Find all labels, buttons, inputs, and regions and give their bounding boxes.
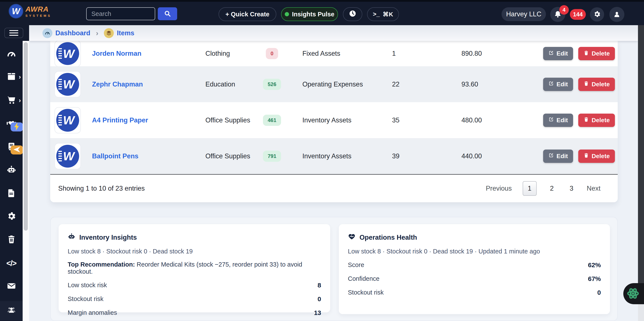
sidebar-item-documents[interactable] [0, 187, 23, 200]
users-icon [6, 305, 16, 316]
item-price: 480.00 [462, 116, 482, 124]
chevron-right-icon: › [19, 73, 21, 80]
item-name-link[interactable]: Ballpoint Pens [92, 152, 138, 160]
item-logo-icon: W [56, 42, 79, 65]
trash-icon [584, 153, 589, 160]
pagination-page[interactable]: 3 [567, 181, 576, 195]
app-logo[interactable]: W AWRA SYSTEMS [8, 4, 52, 18]
kpi-value: 0 [318, 295, 321, 303]
sidebar-item-partners[interactable] [0, 117, 23, 131]
pagination-page[interactable]: 1 [523, 181, 537, 196]
edit-button[interactable]: Edit [543, 78, 573, 91]
sidebar-item-inventory[interactable]: › [0, 70, 23, 83]
sidebar-item-sales[interactable]: › [0, 94, 23, 107]
item-account-type: Inventory Assets [302, 116, 351, 124]
sidebar-item-assistant[interactable] [0, 164, 23, 177]
shortcut-label: ⌘K [383, 11, 393, 18]
inventory-insights-card: Inventory Insights Low stock 8 · Stockou… [58, 224, 330, 313]
history-button[interactable] [343, 7, 362, 21]
edit-pencil-icon [548, 117, 554, 124]
delete-button[interactable]: Delete [578, 150, 615, 163]
quick-create-button[interactable]: + Quick Create [218, 7, 276, 21]
edit-button[interactable]: Edit [543, 150, 573, 163]
menu-toggle-button[interactable] [4, 28, 23, 38]
sidebar-scrollbar[interactable] [23, 41, 29, 321]
table-row: W Zephr Chapman Education 526 Operating … [50, 66, 618, 102]
heart-pulse-icon [348, 233, 356, 242]
item-logo-icon: W [56, 73, 79, 96]
inventory-meta: Low stock 8 · Stockout risk 0 · Dead sto… [68, 248, 321, 255]
page-scrollbar[interactable] [638, 25, 644, 321]
insights-pulse-button[interactable]: Insights Pulse [281, 7, 338, 21]
kpi-label: Stockout risk [68, 295, 104, 303]
kpi-label: Margin anomalies [68, 309, 117, 317]
envelope-icon [6, 281, 16, 292]
notification-count-badge: 4 [559, 5, 569, 15]
user-icon [612, 10, 621, 19]
breadcrumb-dashboard[interactable]: Dashboard [42, 28, 90, 38]
card-title: Inventory Insights [79, 234, 137, 241]
logo-brand-text: AWRA [26, 5, 52, 13]
operations-health-card: Operations Health Low stock 8 · Stockout… [339, 224, 610, 314]
delete-button[interactable]: Delete [578, 78, 615, 91]
breadcrumb-items-label: Items [117, 29, 134, 37]
sidebar-item-dashboard[interactable] [0, 48, 23, 61]
file-icon [6, 188, 16, 199]
message-count-badge[interactable]: 144 [570, 9, 586, 20]
item-name-link[interactable]: Jorden Norman [92, 50, 142, 57]
search-input[interactable] [86, 7, 155, 20]
breadcrumb-items[interactable]: Items [104, 28, 134, 38]
user-menu-button[interactable] [609, 7, 624, 22]
code-icon: </> [6, 259, 16, 268]
gauge-icon [42, 28, 52, 38]
pagination-page[interactable]: 2 [548, 181, 556, 195]
global-search [86, 7, 177, 20]
logo-sub-text: SYSTEMS [26, 14, 52, 17]
sidebar-item-trash[interactable] [0, 233, 23, 246]
kpi-row: Low stock risk 8 [68, 282, 321, 289]
trash-icon [584, 117, 589, 124]
item-category: Office Supplies [206, 116, 250, 124]
item-quantity: 35 [392, 116, 399, 124]
pagination: Previous 1 2 3 Next [486, 181, 600, 196]
sidebar-item-settings[interactable] [0, 210, 23, 223]
sidebar-item-ledger[interactable] [0, 140, 23, 154]
command-palette-button[interactable]: >_ ⌘K [367, 7, 399, 21]
page-scrollbar-thumb[interactable] [638, 25, 644, 304]
sidebar-scrollbar-thumb[interactable] [24, 42, 28, 231]
ai-chat-button[interactable] [623, 283, 644, 304]
item-account-type: Inventory Assets [302, 152, 351, 160]
notifications-button[interactable]: 4 [550, 7, 565, 22]
kpi-row: Stockout risk 0 [348, 289, 601, 296]
item-name-link[interactable]: A4 Printing Paper [92, 116, 148, 124]
delete-button[interactable]: Delete [578, 114, 615, 127]
pagination-previous[interactable]: Previous [486, 185, 512, 192]
edit-button[interactable]: Edit [543, 114, 573, 127]
item-image: W [54, 107, 81, 133]
main-content: W Jorden Norman Clothing 0 Fixed Assets … [29, 41, 638, 321]
kpi-row: Margin anomalies 13 [68, 309, 321, 317]
kpi-row: Stockout risk 0 [68, 295, 321, 303]
sidebar-item-developer[interactable]: </> [0, 257, 23, 270]
kpi-value: 13 [314, 309, 321, 317]
edit-pencil-icon [548, 81, 554, 88]
item-name-link[interactable]: Zephr Chapman [92, 80, 143, 88]
org-switcher[interactable]: Harvey LLC [502, 7, 546, 21]
item-image: W [54, 41, 81, 66]
kpi-value: 8 [318, 282, 321, 289]
table-row: W Ballpoint Pens Office Supplies 791 Inv… [50, 138, 618, 174]
pagination-next[interactable]: Next [587, 185, 600, 192]
settings-button[interactable] [590, 7, 604, 21]
edit-button[interactable]: Edit [543, 47, 573, 60]
kpi-label: Stockout risk [348, 289, 384, 296]
item-logo-icon: W [56, 145, 79, 167]
item-account-type: Operating Expenses [302, 80, 363, 88]
sidebar-item-mail[interactable] [0, 280, 23, 293]
search-button[interactable] [158, 7, 177, 20]
trash-icon [584, 50, 589, 57]
robot-icon [68, 233, 76, 242]
sidebar-item-users[interactable] [0, 304, 23, 317]
delete-button[interactable]: Delete [578, 47, 615, 60]
stock-badge: 0 [266, 48, 278, 59]
trash-icon [6, 234, 16, 245]
